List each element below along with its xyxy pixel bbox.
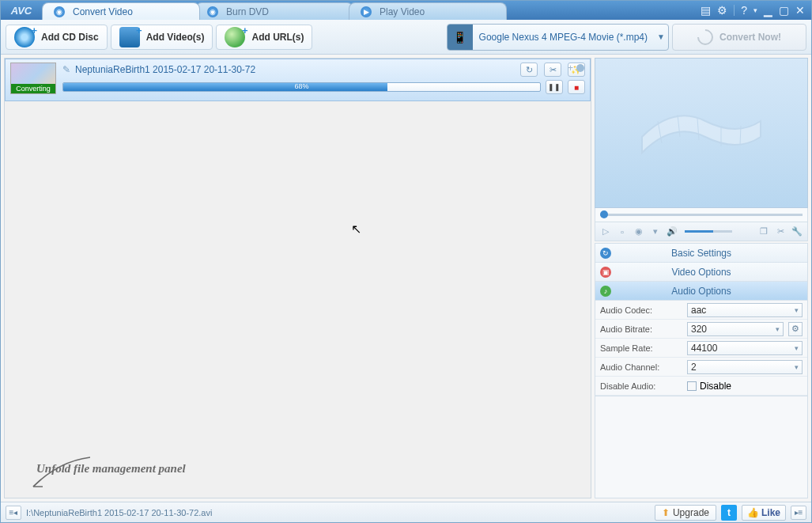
settings-icon: ↻ bbox=[600, 248, 611, 259]
disable-audio-label: Disable Audio: bbox=[600, 381, 682, 391]
output-profile-dropdown[interactable]: 📱 Google Nexus 4 MPEG-4 Movie (*.mp4) ▼ bbox=[447, 24, 669, 51]
file-list-pane: + Converting ✎ NeptuniaReBirth1 2015-02-… bbox=[4, 58, 591, 498]
audio-codec-select[interactable]: aac▾ bbox=[687, 303, 803, 317]
video-icon: ▣ bbox=[600, 267, 611, 278]
tab-burn-dvd[interactable]: ◉ Burn DVD bbox=[195, 2, 353, 20]
audio-options-header[interactable]: ♪ Audio Options bbox=[595, 282, 807, 301]
audio-bitrate-label: Audio Bitrate: bbox=[600, 324, 682, 334]
annotation-arrow-icon bbox=[27, 453, 98, 493]
open-button[interactable]: ▾ bbox=[648, 225, 663, 239]
chevron-down-icon[interactable]: ▾ bbox=[753, 6, 757, 14]
minimize-icon[interactable]: ▁ bbox=[764, 4, 772, 17]
add-item-icon[interactable]: + bbox=[568, 63, 573, 74]
button-label: Add URL(s) bbox=[251, 32, 304, 43]
facebook-like-button[interactable]: 👍Like bbox=[742, 505, 786, 521]
menu-icon[interactable]: ▤ bbox=[701, 4, 711, 17]
twitter-button[interactable]: t bbox=[721, 505, 737, 521]
disc-icon: ◉ bbox=[207, 6, 218, 17]
panel-toggle-button[interactable]: ≡◂ bbox=[6, 506, 21, 520]
snapshot-button[interactable]: ◉ bbox=[632, 225, 646, 239]
button-label: Convert Now! bbox=[719, 32, 781, 43]
stop-button[interactable]: ■ bbox=[568, 80, 585, 94]
stop-preview-button[interactable]: ▫ bbox=[615, 225, 629, 239]
audio-bitrate-select[interactable]: 320▾ bbox=[687, 322, 784, 336]
disc-icon: ◉ bbox=[54, 6, 65, 17]
filmstrip-icon bbox=[634, 97, 769, 169]
basic-settings-header[interactable]: ↻ Basic Settings bbox=[595, 244, 807, 263]
audio-channel-label: Audio Channel: bbox=[600, 362, 682, 372]
help-icon[interactable]: ? bbox=[741, 4, 747, 17]
bitrate-settings-button[interactable]: ⚙ bbox=[788, 322, 803, 336]
tab-convert-video[interactable]: ◉ Convert Video bbox=[42, 2, 200, 20]
audio-codec-label: Audio Codec: bbox=[600, 305, 682, 315]
tab-label: Burn DVD bbox=[226, 6, 269, 17]
converting-badge: Converting bbox=[11, 84, 55, 93]
preview-seek-slider[interactable] bbox=[595, 208, 808, 222]
section-label: Basic Settings bbox=[671, 248, 731, 259]
conversion-item-row[interactable]: Converting ✎ NeptuniaReBirth1 2015-02-17… bbox=[5, 59, 591, 101]
play-icon: ▶ bbox=[361, 6, 372, 17]
mouse-cursor-icon: ↖ bbox=[351, 222, 361, 237]
app-logo: AVC bbox=[1, 1, 42, 20]
device-icon: 📱 bbox=[448, 25, 473, 50]
pause-button[interactable]: ❚❚ bbox=[546, 80, 563, 94]
tab-play-video[interactable]: ▶ Play Video bbox=[349, 2, 507, 20]
disable-audio-checkbox[interactable] bbox=[687, 381, 697, 391]
audio-icon: ♪ bbox=[600, 286, 611, 297]
progress-percent: 68% bbox=[63, 82, 540, 90]
button-label: Add CD Disc bbox=[41, 32, 99, 43]
close-icon[interactable]: ✕ bbox=[795, 4, 805, 17]
add-cd-disc-button[interactable]: + Add CD Disc bbox=[6, 25, 108, 50]
section-label: Audio Options bbox=[671, 286, 731, 297]
gear-icon[interactable]: ⚙ bbox=[717, 4, 727, 17]
add-urls-button[interactable]: + Add URL(s) bbox=[216, 25, 312, 50]
output-path: I:\NeptuniaReBirth1 2015-02-17 20-11-30-… bbox=[26, 508, 212, 517]
edit-icon[interactable]: ✎ bbox=[62, 64, 70, 75]
play-button[interactable]: ▷ bbox=[599, 225, 613, 239]
chevron-down-icon: ▼ bbox=[654, 32, 668, 41]
maximize-icon[interactable]: ▢ bbox=[779, 4, 789, 17]
scissors-icon[interactable]: ✂ bbox=[773, 225, 787, 239]
volume-slider[interactable] bbox=[685, 230, 732, 233]
sample-rate-select[interactable]: 44100▾ bbox=[687, 341, 803, 355]
sample-rate-label: Sample Rate: bbox=[600, 343, 682, 353]
audio-channel-select[interactable]: 2▾ bbox=[687, 360, 803, 374]
globe-icon: + bbox=[225, 27, 245, 47]
convert-now-button[interactable]: Convert Now! bbox=[672, 24, 806, 51]
add-videos-button[interactable]: + Add Video(s) bbox=[111, 25, 213, 50]
tab-label: Play Video bbox=[380, 6, 425, 17]
rotate-button[interactable]: ↻ bbox=[520, 63, 538, 77]
progress-bar: 68% bbox=[62, 82, 541, 92]
file-name: NeptuniaReBirth1 2015-02-17 20-11-30-72 bbox=[75, 64, 255, 75]
disable-audio-text: Disable bbox=[700, 381, 731, 392]
profile-label: Google Nexus 4 MPEG-4 Movie (*.mp4) bbox=[473, 32, 654, 43]
button-label: Add Video(s) bbox=[146, 32, 205, 43]
film-icon: + bbox=[119, 27, 140, 47]
refresh-icon bbox=[694, 25, 716, 47]
section-label: Video Options bbox=[671, 267, 731, 278]
upgrade-button[interactable]: ⬆Upgrade bbox=[655, 505, 716, 521]
next-button[interactable]: ▸≡ bbox=[791, 506, 806, 520]
video-thumbnail: Converting bbox=[10, 63, 56, 94]
tab-label: Convert Video bbox=[73, 6, 133, 17]
copy-button[interactable]: ❐ bbox=[757, 225, 771, 239]
preview-panel bbox=[595, 58, 808, 208]
video-options-header[interactable]: ▣ Video Options bbox=[595, 263, 807, 282]
cut-button[interactable]: ✂ bbox=[544, 63, 561, 77]
cd-icon: + bbox=[14, 27, 35, 47]
status-dot-icon bbox=[576, 64, 584, 72]
volume-icon[interactable]: 🔊 bbox=[665, 225, 679, 239]
wrench-icon[interactable]: 🔧 bbox=[790, 225, 804, 239]
